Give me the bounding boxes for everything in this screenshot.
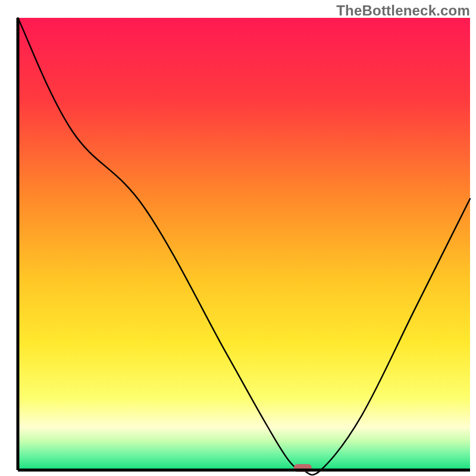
chart-frame: TheBottleneck.com [0, 0, 476, 476]
plot-background [18, 18, 470, 470]
watermark-text: TheBottleneck.com [336, 2, 470, 19]
plot-area [18, 18, 470, 475]
bottleneck-chart [0, 0, 476, 476]
